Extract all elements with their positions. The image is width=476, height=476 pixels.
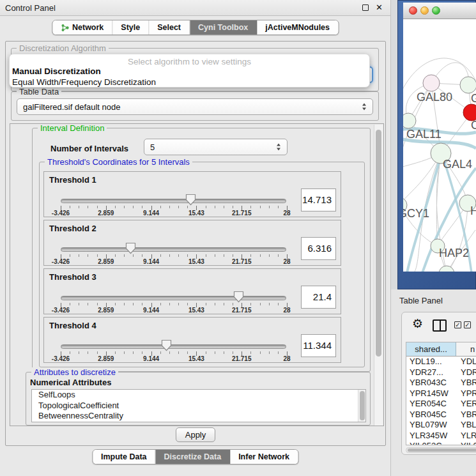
network-node[interactable] (460, 77, 476, 93)
attributes-list-scrollbar[interactable] (358, 390, 365, 422)
tick-label: 2.859 (98, 307, 114, 314)
tab-cyni-toolbox[interactable]: Cyni Toolbox (190, 20, 257, 35)
slider-thumb[interactable] (233, 291, 244, 303)
slider-track[interactable] (61, 344, 286, 349)
slider-tick-labels: -3.4262.8599.14415.4321.71528 (61, 258, 287, 266)
float-window-icon[interactable] (362, 4, 369, 11)
table-row[interactable]: YDL19... YDL1 (406, 357, 476, 367)
tick-label: 21.715 (232, 307, 252, 314)
network-window-titlebar[interactable] (403, 3, 476, 19)
split-columns-icon[interactable] (433, 319, 447, 332)
checkbox-icon[interactable]: ✓ (464, 321, 471, 328)
tab-infer-network[interactable]: Infer Network (230, 450, 298, 464)
num-intervals-value: 5 (150, 142, 155, 152)
tab-label: Network (72, 23, 104, 32)
tab-network[interactable]: Network (52, 20, 112, 35)
zoom-traffic-light-icon[interactable] (432, 6, 440, 15)
close-icon[interactable]: ✕ (376, 3, 383, 12)
table-horizontal-scrollbar[interactable] (406, 447, 476, 453)
algorithm-group-title: Discretization Algorithm (17, 43, 109, 53)
column-header-shared-name[interactable]: shared... (406, 342, 456, 356)
numerical-attributes-label: Numerical Attributes (30, 378, 111, 387)
tick-label: 21.715 (232, 355, 252, 362)
table-row[interactable]: YIL052C YIL0 (406, 441, 476, 445)
tab-label: Style (121, 23, 140, 32)
cyni-settings-panel: Discretization Algorithm Select algorith… (5, 41, 386, 446)
tick-label: 2.859 (98, 258, 114, 265)
tab-select[interactable]: Select (149, 20, 190, 35)
tick-label: 28 (283, 258, 290, 265)
slider-thumb[interactable] (185, 194, 196, 206)
tick-label: -3.426 (52, 210, 70, 217)
settings-vertical-scrollbar[interactable] (374, 125, 383, 426)
slider-thumb[interactable] (161, 339, 172, 351)
tick-label: 15.43 (188, 258, 204, 265)
attribute-list-item[interactable]: TopologicalCoefficient (32, 401, 365, 411)
attribute-list-item[interactable]: SelfLoops (32, 390, 365, 401)
table-row[interactable]: YLR345W YLR3 (406, 431, 476, 441)
numerical-attributes-list[interactable]: SelfLoopsTopologicalCoefficientBetweenne… (31, 389, 366, 422)
close-traffic-light-icon[interactable] (409, 6, 417, 15)
gear-icon[interactable]: ⚙ (412, 318, 423, 330)
cell-name: YDR2 (456, 367, 476, 378)
tick-label: 9.144 (143, 355, 159, 362)
tab-jactivemnodules[interactable]: jActiveMNodules (257, 20, 338, 35)
slider-tick-labels: -3.4262.8599.14415.4321.71528 (61, 307, 287, 314)
cell-shared-name: YER054C (406, 399, 456, 410)
node-attribute-table[interactable]: shared... n YDL19... YDL1 YDR27... YDR2 … (406, 342, 476, 445)
network-node[interactable] (439, 266, 454, 272)
cell-name: YLR3 (456, 431, 476, 441)
network-node[interactable] (423, 75, 440, 91)
node-label: C (471, 119, 476, 132)
table-row[interactable]: YBL079W YBL0 (406, 420, 476, 431)
settings-scrollbar-thumb[interactable] (376, 130, 381, 357)
slider-track[interactable] (61, 247, 286, 252)
table-data-group-title: Table Data (17, 87, 61, 96)
tab-label: jActiveMNodules (265, 23, 330, 32)
table-row[interactable]: YBR043C YBR0 (406, 378, 476, 388)
tick-label: 21.715 (232, 258, 252, 265)
table-row[interactable]: YBR045C YBR0 (406, 410, 476, 420)
threshold-value-field[interactable]: 6.316 (301, 237, 336, 260)
slider-track[interactable] (61, 199, 286, 203)
tab-style[interactable]: Style (112, 20, 149, 35)
column-header-name[interactable]: n (456, 342, 476, 356)
num-intervals-label: Number of Intervals (50, 144, 128, 153)
table-row[interactable]: YPR145W YPR1 (406, 388, 476, 399)
network-graph[interactable]: GAL80GAGAL11CGAL4GCY1HHAP2 (403, 19, 476, 272)
threshold-title: Threshold 3 (49, 272, 96, 282)
apply-button[interactable]: Apply (176, 427, 215, 442)
tick-label: 28 (283, 355, 290, 362)
cell-name: YBR0 (456, 378, 476, 388)
dropdown-options: Manual DiscretizationEqual Width/Frequen… (10, 66, 369, 88)
table-data-combo[interactable]: galFiltered.sif default node (17, 98, 373, 115)
threshold-panel-3: Threshold 3 -3.4262.8599.14415.4321.7152… (43, 268, 341, 314)
attribute-list-item[interactable]: BetweennessCentrality (32, 411, 365, 422)
checkbox-icon[interactable]: ✓ (454, 321, 461, 328)
tick-label: -3.426 (52, 258, 70, 265)
thresholds-group-title: Threshold's Coordinates for 5 Intervals (45, 157, 192, 167)
dropdown-option-equal-width-frequency-discretization[interactable]: Equal Width/Frequency Discretization (10, 77, 369, 88)
slider-thumb[interactable] (125, 242, 136, 254)
table-row[interactable]: YDR27... YDR2 (406, 367, 476, 378)
tab-impute-data[interactable]: Impute Data (93, 450, 156, 464)
minimize-traffic-light-icon[interactable] (420, 6, 429, 15)
tab-discretize-data[interactable]: Discretize Data (156, 450, 231, 464)
table-row[interactable]: YER054C YER0 (406, 399, 476, 410)
num-intervals-combo[interactable]: 5 (144, 139, 288, 155)
attributes-scrollbar-thumb[interactable] (360, 391, 365, 420)
right-column: GAL80GAGAL11CGAL4GCY1HHAP2 Table Panel ⚙… (391, 0, 476, 476)
network-canvas[interactable]: GAL80GAGAL11CGAL4GCY1HHAP2 (403, 19, 476, 272)
stepper-arrows-icon (362, 103, 367, 111)
threshold-value-field[interactable]: 11.344 (301, 334, 336, 357)
network-node[interactable] (403, 113, 416, 128)
cell-shared-name: YBR045C (406, 410, 456, 420)
dropdown-option-manual-discretization[interactable]: Manual Discretization (10, 66, 369, 77)
bottom-tab-bar: Impute DataDiscretize DataInfer Network (92, 449, 298, 464)
tab-label: Infer Network (238, 452, 289, 461)
slider-track[interactable] (61, 296, 286, 300)
threshold-value-field[interactable]: 21.4 (301, 286, 336, 309)
threshold-title: Threshold 2 (49, 224, 96, 233)
threshold-value-field[interactable]: 14.713 (301, 188, 336, 211)
table-scrollbar-thumb[interactable] (408, 449, 476, 452)
